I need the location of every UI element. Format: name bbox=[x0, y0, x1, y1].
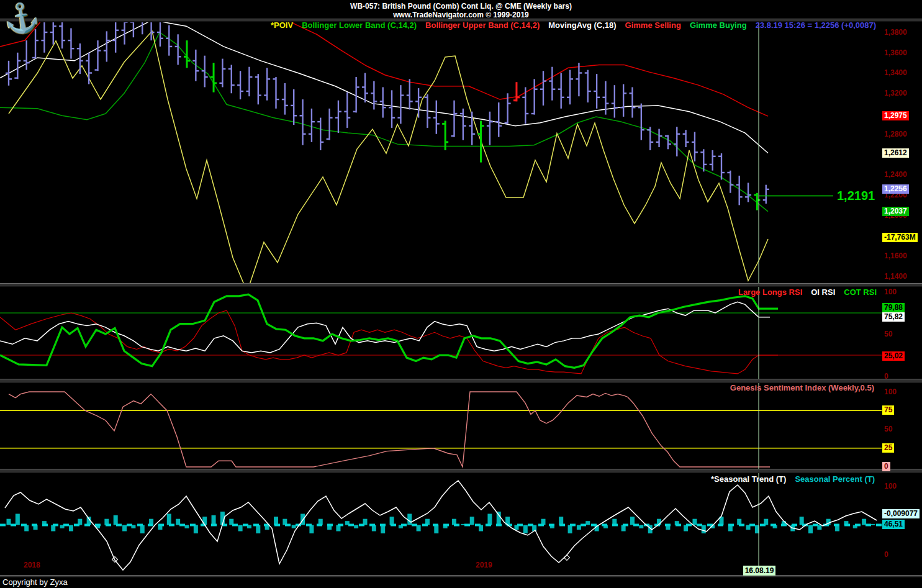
seasonal-percent-bar[interactable] bbox=[407, 513, 412, 525]
seasonal-percent-bar[interactable] bbox=[194, 525, 198, 533]
large-longs-rsi-value: 25,02 bbox=[882, 351, 905, 361]
rsi-panel[interactable] bbox=[0, 294, 882, 374]
legend-genesis-sentiment[interactable]: Genesis Sentiment Index (Weekly,0.5) bbox=[730, 383, 874, 392]
sentiment-25-level: 25 bbox=[882, 443, 894, 453]
axis-tick: 100 bbox=[884, 387, 897, 396]
page-title: WB-057: British Pound (Comb) Cont Liq. @… bbox=[0, 2, 922, 11]
seasonal-panel[interactable] bbox=[0, 481, 882, 570]
seasonal-percent-value: 46,51 bbox=[882, 520, 905, 529]
seasonal-percent-bar[interactable] bbox=[577, 525, 581, 530]
seasonal-percent-bar[interactable] bbox=[69, 525, 73, 531]
sentiment-0-level: 0 bbox=[882, 462, 890, 471]
axis-tick: 1,1400 bbox=[884, 272, 907, 281]
oi-rsi-value: 75,82 bbox=[882, 312, 905, 322]
indicator-legend: *POIVBollinger Lower Band (C,14,2)Bollin… bbox=[271, 20, 876, 30]
seasonal-percent-bar[interactable] bbox=[800, 517, 804, 525]
seasonal-percent-bar[interactable] bbox=[639, 525, 643, 528]
cot-rsi-value: 79,88 bbox=[882, 303, 905, 312]
axis-tick: 1,2400 bbox=[884, 170, 907, 179]
seasonal-percent-bar[interactable] bbox=[390, 517, 394, 525]
seasonal-percent-bar[interactable] bbox=[309, 525, 314, 533]
axis-tick: 50 bbox=[884, 425, 892, 433]
legend-item-5[interactable]: Gimme Buying bbox=[690, 20, 747, 30]
seasonal-percent-bar[interactable] bbox=[274, 517, 278, 525]
x-axis-year-2019: 2019 bbox=[476, 561, 492, 569]
legend-seasonal-percent[interactable]: Seasonal Percent (T) bbox=[795, 474, 875, 484]
seasonal-percent-bar[interactable] bbox=[870, 524, 875, 525]
seasonal-percent-bar[interactable] bbox=[585, 521, 590, 525]
seasonal-percent-bar[interactable] bbox=[808, 525, 813, 533]
axis-tick: 1,3600 bbox=[884, 48, 907, 57]
legend-large-longs-rsi[interactable]: Large Longs RSI bbox=[738, 287, 802, 297]
axis-tick: 0 bbox=[884, 372, 888, 381]
page-subtitle: www.TradeNavigator.com © 1999-2019 bbox=[0, 11, 922, 19]
seasonal-percent-bar[interactable] bbox=[122, 525, 127, 531]
legend-item-0[interactable]: *POIV bbox=[271, 20, 293, 30]
seasonal-panel-legend: *Seasonal Trend (T) Seasonal Percent (T) bbox=[711, 474, 875, 484]
axis-tick: 100 bbox=[884, 287, 897, 296]
poiv-value: -17,763M bbox=[882, 233, 918, 242]
axis-tick: 0 bbox=[884, 550, 888, 559]
upper-band-value: 1,2975 bbox=[882, 111, 909, 120]
legend-oi-rsi[interactable]: OI RSI bbox=[811, 287, 835, 297]
seasonal-percent-bar[interactable] bbox=[292, 525, 296, 528]
sentiment-panel[interactable] bbox=[0, 392, 882, 467]
divider bbox=[0, 283, 922, 287]
price-alert-label[interactable]: 1,2191 bbox=[837, 189, 875, 203]
axis-tick: 1,1600 bbox=[884, 251, 907, 260]
seasonal-trend-value: -0,009077 bbox=[882, 509, 920, 518]
axis-tick: 1,2800 bbox=[884, 130, 907, 138]
seasonal-percent-bar[interactable] bbox=[167, 513, 171, 525]
seasonal-percent-bar[interactable] bbox=[212, 515, 216, 525]
axis-tick: 1,3800 bbox=[884, 28, 907, 37]
x-axis-year-2018: 2018 bbox=[24, 561, 40, 569]
price-panel[interactable] bbox=[0, 0, 833, 292]
seasonal-percent-bar[interactable] bbox=[185, 525, 189, 528]
seasonal-percent-bar[interactable] bbox=[238, 525, 243, 531]
seasonal-percent-bar[interactable] bbox=[470, 517, 474, 525]
legend-item-6[interactable]: 23.8.19 15:26 = 1,2256 (+0,0087) bbox=[756, 20, 876, 30]
crosshair-date-badge: 16.08.19 bbox=[743, 566, 775, 576]
legend-cot-rsi[interactable]: COT RSI bbox=[844, 287, 877, 297]
seasonal-percent-bar[interactable] bbox=[140, 525, 145, 533]
seasonal-percent-bar[interactable] bbox=[354, 525, 358, 528]
legend-item-1[interactable]: Bollinger Lower Band (C,14,2) bbox=[302, 20, 417, 30]
sentiment-75-level: 75 bbox=[882, 405, 894, 415]
copyright-text: Copyright by Zyxa bbox=[2, 577, 68, 587]
axis-tick: 50 bbox=[884, 330, 892, 338]
seasonal-percent-bar[interactable] bbox=[559, 517, 563, 525]
seasonal-percent-bar[interactable] bbox=[202, 517, 207, 525]
seasonal-percent-bar[interactable] bbox=[381, 525, 385, 533]
seasonal-percent-bar[interactable] bbox=[523, 525, 528, 533]
lower-band-value: 1,2037 bbox=[882, 207, 909, 216]
axis-tick: 100 bbox=[884, 482, 897, 491]
divider bbox=[0, 469, 922, 473]
seasonal-percent-bar[interactable] bbox=[256, 525, 260, 533]
seasonal-percent-bar[interactable] bbox=[114, 515, 118, 525]
sentiment-panel-legend: Genesis Sentiment Index (Weekly,0.5) bbox=[730, 383, 874, 392]
seasonal-percent-bar[interactable] bbox=[7, 519, 11, 525]
seasonal-percent-bar[interactable] bbox=[702, 525, 706, 533]
divider bbox=[0, 379, 922, 383]
rsi-panel-legend: Large Longs RSI OI RSI COT RSI bbox=[738, 287, 877, 297]
seasonal-percent-bar[interactable] bbox=[568, 525, 572, 533]
legend-item-3[interactable]: MovingAvg (C,18) bbox=[548, 20, 616, 30]
axis-tick: 1,3400 bbox=[884, 68, 907, 77]
seasonal-percent-bar[interactable] bbox=[487, 513, 492, 525]
last-close-value: 1,2256 bbox=[882, 184, 909, 194]
seasonal-percent-bar[interactable] bbox=[434, 525, 438, 533]
tradenavigator-logo-icon: ⚓ bbox=[2, 0, 42, 37]
trade-navigator-window: WB-057: British Pound (Comb) Cont Liq. @… bbox=[0, 0, 922, 588]
moving-avg-value: 1,2612 bbox=[882, 148, 909, 158]
seasonal-percent-bar[interactable] bbox=[692, 519, 697, 525]
axis-tick: 1,3200 bbox=[884, 89, 907, 97]
legend-item-4[interactable]: Gimme Selling bbox=[625, 20, 681, 30]
divider bbox=[0, 575, 922, 577]
legend-seasonal-trend[interactable]: *Seasonal Trend (T) bbox=[711, 474, 786, 484]
legend-item-2[interactable]: Bollinger Upper Band (C,14,2) bbox=[425, 20, 540, 30]
seasonal-percent-bar[interactable] bbox=[630, 517, 635, 525]
seasonal-percent-bar[interactable] bbox=[16, 513, 20, 525]
